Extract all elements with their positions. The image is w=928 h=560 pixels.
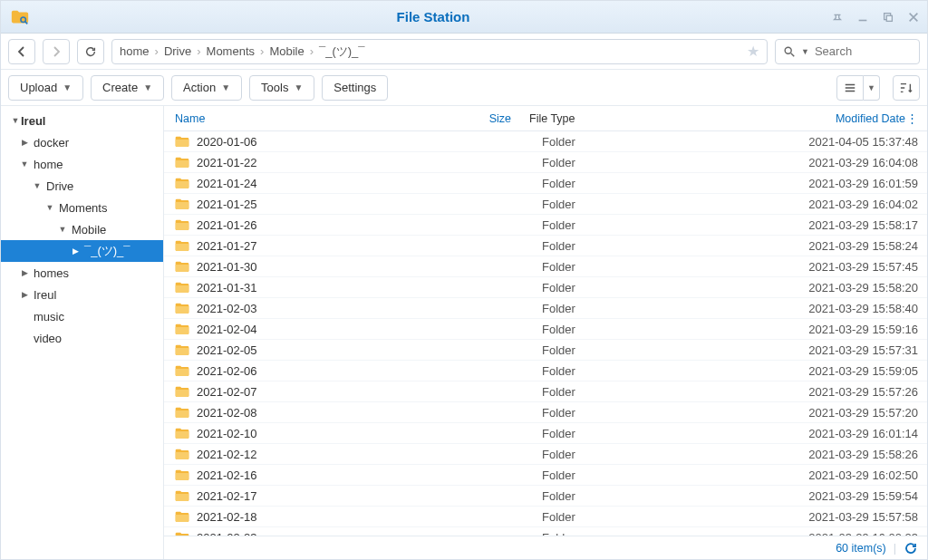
- tree-item[interactable]: ▶homes: [1, 262, 163, 284]
- maximize-icon[interactable]: [880, 9, 896, 25]
- table-row[interactable]: 2021-01-31Folder2021-03-29 15:58:20: [164, 277, 927, 298]
- cell-name: 2021-02-18: [164, 510, 478, 524]
- file-name-label: 2021-01-26: [197, 218, 257, 232]
- cell-date: 2021-03-29 15:58:17: [768, 218, 918, 232]
- breadcrumb-item[interactable]: Drive: [164, 44, 191, 58]
- column-type[interactable]: File Type: [520, 112, 756, 125]
- column-date[interactable]: Modified Date: [756, 112, 905, 125]
- breadcrumb-item[interactable]: ¯_(ツ)_¯: [319, 43, 364, 60]
- refresh-icon[interactable]: [904, 541, 918, 555]
- breadcrumb[interactable]: home›Drive›Moments›Mobile›¯_(ツ)_¯★: [111, 39, 768, 64]
- table-row[interactable]: 2021-02-17Folder2021-03-29 15:59:54: [164, 486, 927, 507]
- table-row[interactable]: 2021-02-06Folder2021-03-29 15:59:05: [164, 361, 927, 381]
- cell-date: 2021-03-29 15:59:05: [768, 364, 918, 378]
- folder-icon: [175, 302, 189, 314]
- expand-arrow-icon[interactable]: ▼: [57, 225, 68, 234]
- table-row[interactable]: 2021-02-12Folder2021-03-29 15:58:26: [164, 444, 927, 465]
- table-row[interactable]: 2021-01-30Folder2021-03-29 15:57:45: [164, 256, 927, 277]
- refresh-button[interactable]: [77, 39, 104, 64]
- pin-icon[interactable]: [829, 9, 846, 25]
- tree-item-label: Drive: [46, 179, 73, 193]
- folder-icon: [175, 364, 189, 377]
- table-row[interactable]: 2021-01-27Folder2021-03-29 15:58:24: [164, 236, 927, 256]
- cell-name: 2021-01-31: [164, 281, 478, 294]
- folder-tree-sidebar[interactable]: ▼ Ireul ▶docker▼home▼Drive▼Moments▼Mobil…: [1, 106, 164, 559]
- table-row[interactable]: 2021-02-18Folder2021-03-29 15:57:58: [164, 507, 927, 527]
- column-size[interactable]: Size: [466, 112, 520, 125]
- minimize-icon[interactable]: [855, 9, 871, 25]
- expand-arrow-icon[interactable]: ▼: [32, 181, 43, 190]
- dropdown-caret-icon[interactable]: ▼: [801, 47, 809, 56]
- cell-type: Folder: [533, 323, 768, 336]
- tree-item-label: Mobile: [72, 223, 106, 237]
- folder-icon: [175, 406, 189, 419]
- tree-item[interactable]: ▼home: [1, 153, 163, 175]
- back-button[interactable]: [8, 39, 35, 64]
- column-name[interactable]: Name: [164, 112, 466, 125]
- table-row[interactable]: 2021-02-23Folder2021-03-29 16:00:23: [164, 527, 927, 536]
- chevron-right-icon: ›: [197, 44, 200, 58]
- tree-item-label: home: [34, 158, 63, 171]
- tree-item-label: docker: [34, 136, 69, 150]
- table-row[interactable]: 2021-01-24Folder2021-03-29 16:01:59: [164, 173, 927, 194]
- expand-arrow-icon[interactable]: ▶: [70, 246, 81, 256]
- favorite-star-icon[interactable]: ★: [747, 43, 759, 60]
- settings-button[interactable]: Settings: [322, 75, 388, 101]
- table-row[interactable]: 2021-01-25Folder2021-03-29 16:04:02: [164, 194, 927, 215]
- table-row[interactable]: 2021-02-04Folder2021-03-29 15:59:16: [164, 319, 927, 340]
- search-input[interactable]: [815, 44, 928, 58]
- column-menu-icon[interactable]: ⋮: [905, 111, 918, 125]
- create-button[interactable]: Create▼: [91, 75, 164, 101]
- folder-icon: [175, 448, 189, 460]
- upload-button[interactable]: Upload▼: [8, 75, 83, 101]
- tree-item[interactable]: ▶¯_(ツ)_¯: [1, 240, 163, 262]
- cell-name: 2021-02-17: [164, 489, 478, 503]
- tools-button[interactable]: Tools▼: [249, 75, 314, 101]
- table-row[interactable]: 2021-02-05Folder2021-03-29 15:57:31: [164, 340, 927, 361]
- forward-button[interactable]: [43, 39, 70, 64]
- tree-item[interactable]: video: [1, 327, 163, 349]
- breadcrumb-item[interactable]: Moments: [207, 44, 255, 58]
- tree-item[interactable]: ▼Mobile: [1, 218, 163, 240]
- file-name-label: 2021-01-24: [197, 177, 257, 190]
- chevron-right-icon: ›: [310, 44, 314, 58]
- file-list[interactable]: 2020-01-06Folder2021-04-05 15:37:482021-…: [164, 131, 927, 536]
- search-box[interactable]: ▼: [775, 39, 920, 64]
- table-row[interactable]: 2021-02-16Folder2021-03-29 16:02:50: [164, 465, 927, 486]
- breadcrumb-item[interactable]: Mobile: [269, 44, 304, 58]
- breadcrumb-item[interactable]: home: [120, 44, 150, 58]
- tree-item-label: Moments: [59, 201, 107, 215]
- cell-name: 2021-02-12: [164, 448, 478, 461]
- expand-arrow-icon[interactable]: ▼: [44, 203, 55, 212]
- expand-arrow-icon[interactable]: ▶: [19, 290, 30, 299]
- caret-down-icon: ▼: [294, 82, 303, 92]
- tree-item[interactable]: ▼Moments: [1, 197, 163, 218]
- expand-arrow-icon[interactable]: ▶: [19, 268, 30, 277]
- cell-type: Folder: [533, 198, 768, 211]
- table-row[interactable]: 2021-02-07Folder2021-03-29 15:57:26: [164, 381, 927, 402]
- tree-item[interactable]: ▼Drive: [1, 175, 163, 197]
- expand-arrow-icon[interactable]: ▶: [19, 138, 30, 147]
- file-name-label: 2021-02-12: [197, 448, 257, 461]
- cell-name: 2021-02-10: [164, 427, 478, 440]
- collapse-arrow-icon[interactable]: ▼: [10, 116, 21, 125]
- table-row[interactable]: 2021-01-26Folder2021-03-29 15:58:17: [164, 215, 927, 236]
- cell-type: Folder: [533, 510, 768, 524]
- table-row[interactable]: 2021-02-08Folder2021-03-29 15:57:20: [164, 402, 927, 423]
- tree-item[interactable]: ▶Ireul: [1, 284, 163, 305]
- action-button[interactable]: Action▼: [171, 75, 242, 101]
- close-icon[interactable]: [905, 9, 922, 25]
- list-view-button[interactable]: [836, 75, 864, 101]
- status-bar: 60 item(s) |: [164, 536, 927, 559]
- cell-name: 2021-01-26: [164, 218, 478, 232]
- table-row[interactable]: 2020-01-06Folder2021-04-05 15:37:48: [164, 131, 927, 152]
- table-row[interactable]: 2021-02-10Folder2021-03-29 16:01:14: [164, 423, 927, 444]
- tree-root[interactable]: ▼ Ireul: [1, 110, 163, 131]
- tree-item[interactable]: music: [1, 305, 163, 327]
- table-row[interactable]: 2021-01-22Folder2021-03-29 16:04:08: [164, 152, 927, 173]
- sort-button[interactable]: [893, 75, 920, 101]
- table-row[interactable]: 2021-02-03Folder2021-03-29 15:58:40: [164, 298, 927, 319]
- expand-arrow-icon[interactable]: ▼: [19, 159, 30, 169]
- view-dropdown-button[interactable]: ▼: [864, 75, 880, 101]
- tree-item[interactable]: ▶docker: [1, 131, 163, 153]
